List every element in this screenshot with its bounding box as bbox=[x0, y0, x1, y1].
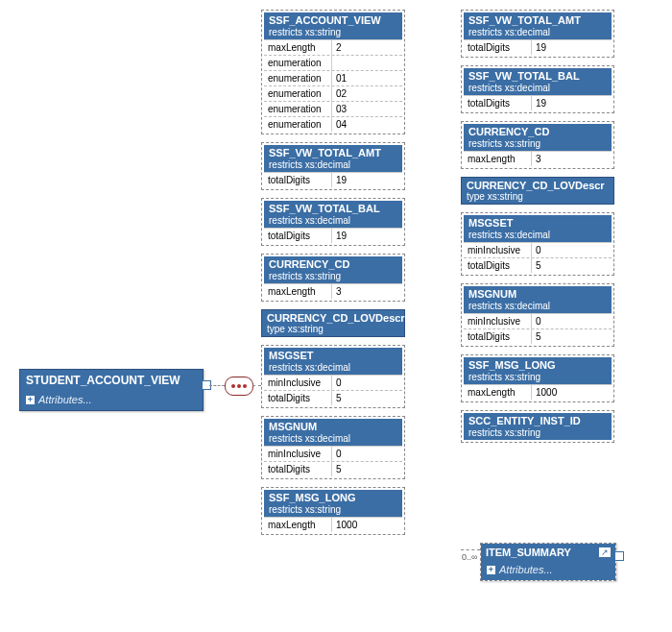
node-subtitle: restricts xs:decimal bbox=[269, 159, 397, 170]
facet-row: enumeration01 bbox=[264, 70, 402, 85]
children-column-1: SSF_ACCOUNT_VIEWrestricts xs:stringmaxLe… bbox=[261, 10, 405, 543]
schema-type-node[interactable]: SSF_MSG_LONGrestricts xs:stringmaxLength… bbox=[461, 354, 614, 402]
node-title: CURRENCY_CD bbox=[269, 258, 397, 270]
schema-type-node[interactable]: CURRENCY_CD_LOVDescrtype xs:string bbox=[461, 177, 614, 205]
node-subtitle: restricts xs:string bbox=[269, 271, 397, 281]
schema-type-node[interactable]: SSF_VW_TOTAL_AMTrestricts xs:decimaltota… bbox=[261, 142, 405, 190]
node-subtitle: restricts xs:decimal bbox=[269, 433, 397, 444]
facet-row: minInclusive0 bbox=[264, 447, 402, 461]
node-subtitle: restricts xs:decimal bbox=[269, 215, 397, 226]
node-title: MSGNUM bbox=[468, 288, 607, 300]
facet-table: minInclusive0totalDigits5 bbox=[264, 375, 402, 405]
facet-row: minInclusive0 bbox=[464, 243, 612, 257]
facet-value: 19 bbox=[532, 40, 612, 55]
facet-table: totalDigits19 bbox=[464, 95, 612, 110]
node-header: SSF_VW_TOTAL_BALrestricts xs:decimal bbox=[464, 68, 612, 95]
facet-table: minInclusive0totalDigits5 bbox=[464, 313, 612, 344]
node-header: MSGNUMrestricts xs:decimal bbox=[464, 286, 612, 313]
sequence-compositor[interactable] bbox=[225, 377, 253, 396]
node-header: CURRENCY_CDrestricts xs:string bbox=[464, 124, 612, 151]
node-title: CURRENCY_CD_LOVDescr bbox=[267, 312, 399, 324]
connector-line bbox=[209, 385, 225, 386]
root-element[interactable]: STUDENT_ACCOUNT_VIEW + Attributes... bbox=[19, 369, 204, 411]
occurrence-label: 0..∞ bbox=[462, 552, 477, 562]
facet-value: 04 bbox=[332, 117, 402, 132]
facet-value: 5 bbox=[332, 462, 402, 476]
facet-key: minInclusive bbox=[264, 447, 332, 461]
node-title: CURRENCY_CD_LOVDescr bbox=[467, 180, 609, 191]
node-title: MSGNUM bbox=[269, 421, 397, 432]
facet-row: totalDigits5 bbox=[264, 461, 402, 476]
reference-icon: ↗ bbox=[599, 547, 611, 557]
expand-icon: + bbox=[487, 566, 495, 574]
facet-value: 3 bbox=[332, 284, 402, 299]
facet-key: enumeration bbox=[264, 86, 332, 101]
schema-type-node[interactable]: SSF_MSG_LONGrestricts xs:stringmaxLength… bbox=[261, 487, 405, 535]
facet-key: totalDigits bbox=[464, 96, 532, 110]
connector-line bbox=[461, 549, 480, 550]
schema-type-node[interactable]: MSGSETrestricts xs:decimalminInclusive0t… bbox=[461, 212, 614, 276]
facet-row: maxLength1000 bbox=[264, 518, 402, 532]
node-header: SSF_VW_TOTAL_BALrestricts xs:decimal bbox=[264, 201, 402, 228]
facet-value: 0 bbox=[532, 243, 612, 257]
facet-key: totalDigits bbox=[264, 391, 332, 405]
node-title: SSF_VW_TOTAL_AMT bbox=[269, 147, 397, 158]
node-header: MSGNUMrestricts xs:decimal bbox=[264, 419, 402, 446]
facet-key: maxLength bbox=[264, 40, 332, 55]
facet-row: totalDigits5 bbox=[264, 390, 402, 405]
node-header: SSF_VW_TOTAL_AMTrestricts xs:decimal bbox=[464, 12, 612, 39]
schema-type-node[interactable]: SSF_VW_TOTAL_AMTrestricts xs:decimaltota… bbox=[461, 10, 614, 58]
root-attributes-label: Attributes... bbox=[38, 394, 92, 405]
facet-key: minInclusive bbox=[464, 314, 532, 328]
facet-value: 1000 bbox=[532, 385, 612, 400]
schema-type-node[interactable]: SSF_VW_TOTAL_BALrestricts xs:decimaltota… bbox=[461, 65, 614, 113]
schema-type-node[interactable]: SSF_VW_TOTAL_BALrestricts xs:decimaltota… bbox=[261, 198, 405, 246]
facet-value: 0 bbox=[532, 314, 612, 328]
facet-row: totalDigits5 bbox=[464, 257, 612, 273]
facet-key: maxLength bbox=[464, 385, 532, 400]
facet-table: maxLength2enumerationenumeration01enumer… bbox=[264, 39, 402, 132]
facet-key: totalDigits bbox=[464, 258, 532, 273]
item-summary-element[interactable]: ITEM_SUMMARY ↗ + Attributes... bbox=[480, 543, 616, 581]
facet-row: minInclusive0 bbox=[264, 376, 402, 390]
node-header: CURRENCY_CDrestricts xs:string bbox=[264, 256, 402, 283]
node-subtitle: restricts xs:string bbox=[269, 504, 397, 515]
facet-key: enumeration bbox=[264, 71, 332, 85]
node-title: SSF_ACCOUNT_VIEW bbox=[269, 14, 397, 26]
node-title: MSGSET bbox=[269, 350, 397, 361]
node-subtitle: restricts xs:decimal bbox=[468, 230, 607, 240]
facet-table: totalDigits19 bbox=[464, 39, 612, 55]
facet-key: totalDigits bbox=[464, 40, 532, 55]
facet-value: 19 bbox=[332, 229, 402, 243]
schema-type-node[interactable]: SCC_ENTITY_INST_IDrestricts xs:string bbox=[461, 410, 614, 443]
node-subtitle: restricts xs:string bbox=[468, 138, 607, 149]
facet-value: 5 bbox=[332, 391, 402, 405]
facet-row: maxLength1000 bbox=[464, 385, 612, 400]
facet-key: minInclusive bbox=[464, 243, 532, 257]
facet-value: 0 bbox=[332, 447, 402, 461]
connector-line bbox=[252, 385, 261, 386]
sequence-dot-icon bbox=[231, 384, 235, 388]
node-subtitle: restricts xs:string bbox=[468, 372, 607, 382]
node-title: SSF_MSG_LONG bbox=[468, 359, 607, 371]
root-attributes-toggle[interactable]: + Attributes... bbox=[20, 391, 203, 410]
connector-handle bbox=[614, 551, 624, 561]
facet-row: maxLength3 bbox=[264, 284, 402, 299]
facet-value: 19 bbox=[532, 96, 612, 110]
node-subtitle: type xs:string bbox=[267, 324, 399, 334]
schema-type-node[interactable]: MSGSETrestricts xs:decimalminInclusive0t… bbox=[261, 345, 405, 408]
schema-type-node[interactable]: CURRENCY_CD_LOVDescrtype xs:string bbox=[261, 309, 405, 337]
schema-type-node[interactable]: MSGNUMrestricts xs:decimalminInclusive0t… bbox=[261, 416, 405, 479]
node-title: SCC_ENTITY_INST_ID bbox=[468, 415, 607, 426]
node-subtitle: restricts xs:decimal bbox=[269, 362, 397, 373]
schema-type-node[interactable]: CURRENCY_CDrestricts xs:stringmaxLength3 bbox=[261, 254, 405, 302]
facet-table: maxLength1000 bbox=[264, 517, 402, 532]
node-subtitle: restricts xs:decimal bbox=[468, 301, 607, 311]
facet-table: maxLength3 bbox=[464, 151, 612, 166]
facet-row: maxLength3 bbox=[464, 152, 612, 166]
facet-row: totalDigits19 bbox=[264, 173, 402, 187]
schema-type-node[interactable]: MSGNUMrestricts xs:decimalminInclusive0t… bbox=[461, 283, 614, 347]
schema-type-node[interactable]: SSF_ACCOUNT_VIEWrestricts xs:stringmaxLe… bbox=[261, 10, 405, 134]
facet-key: maxLength bbox=[464, 152, 532, 166]
schema-type-node[interactable]: CURRENCY_CDrestricts xs:stringmaxLength3 bbox=[461, 121, 614, 169]
